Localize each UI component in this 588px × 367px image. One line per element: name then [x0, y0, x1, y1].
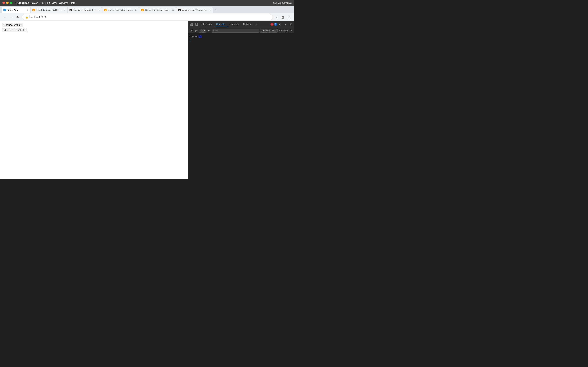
tab-network[interactable]: Network [241, 22, 254, 27]
filter-input[interactable] [212, 29, 259, 33]
tab-close-github[interactable]: ✕ [208, 8, 211, 11]
inspect-element-icon[interactable] [189, 22, 194, 27]
react-favicon-icon: R [3, 8, 6, 11]
issues-label: 1 Issue: [190, 35, 198, 38]
menu-window[interactable]: Window [58, 1, 69, 4]
tab-close-goerli2[interactable]: ✕ [134, 8, 137, 11]
warning-count-badge: 1 [274, 23, 277, 26]
settings-gear-icon[interactable]: ⚙ [278, 22, 283, 27]
menu-file[interactable]: File [39, 1, 44, 4]
devtools-panel: Elements Console Sources Network » 6 1 ⚙… [188, 21, 294, 179]
traffic-lights [2, 2, 12, 4]
tab-close-goerli1[interactable]: ✕ [63, 8, 66, 11]
filter-icon[interactable]: ▷ [194, 29, 198, 33]
svg-rect-2 [191, 23, 192, 24]
tab-close-remix[interactable]: ✕ [97, 8, 100, 11]
mint-nft-button[interactable]: MINT NFT BATCH [2, 28, 27, 32]
hidden-count: 6 hidden [279, 29, 288, 32]
menu-view[interactable]: View [51, 1, 58, 4]
bookmark-button[interactable]: ☆ [274, 15, 279, 20]
tab-sources[interactable]: Sources [228, 22, 241, 27]
dock-icon[interactable]: ■ [283, 22, 288, 27]
tab-title-goerli2: Goerli Transaction Hash... [108, 9, 133, 11]
console-expand-icon[interactable]: 〉 [188, 39, 294, 42]
console-settings-icon[interactable]: ⚙ [289, 29, 293, 33]
tab-bar: R React App ✕ G Goerli Transaction Hash.… [0, 6, 294, 13]
goerli2-favicon-icon: G [104, 8, 107, 11]
tab-github[interactable]: G cesarboucas/Biconomy... ✕ [176, 7, 213, 13]
reload-button[interactable]: ↻ [16, 15, 20, 20]
devtools-actions: 6 1 ⚙ ■ ✕ [270, 22, 293, 27]
maximize-button[interactable] [10, 2, 12, 4]
close-button[interactable] [2, 2, 5, 4]
connect-wallet-button[interactable]: Connect Wallet [2, 23, 23, 27]
svg-point-5 [196, 25, 197, 25]
devtools-tabs: Elements Console Sources Network » 6 1 ⚙… [188, 21, 294, 28]
menu-help[interactable]: Help [69, 1, 76, 4]
close-devtools-button[interactable]: ✕ [288, 22, 293, 27]
titlebar-right: Sun 23 Jul 01:02 [273, 1, 292, 4]
back-button[interactable]: ← [2, 15, 7, 20]
mobile-device-icon[interactable] [194, 22, 199, 27]
browser: R React App ✕ G Goerli Transaction Hash.… [0, 6, 294, 179]
error-badge-group: 6 1 [270, 23, 277, 26]
tab-title-github: cesarboucas/Biconomy... [182, 9, 207, 11]
address-actions: ☆ ▧ ⋮ [274, 15, 292, 20]
error-count-badge: 6 [270, 23, 274, 26]
tab-title-goerli3: Goerli Transaction Hash... [145, 9, 170, 11]
tab-react[interactable]: R React App ✕ [2, 7, 30, 13]
tab-goerli1[interactable]: G Goerli Transaction Hash... ✕ [31, 7, 67, 13]
lock-icon: 🔒 [25, 16, 28, 18]
content-area: Connect Wallet MINT NFT BATCH [0, 21, 294, 179]
titlebar: QuickTime Player File Edit View Window H… [0, 0, 294, 6]
goerli1-favicon-icon: G [32, 8, 35, 11]
address-input[interactable]: 🔒 localhost:3000 [22, 14, 273, 20]
tab-close-react[interactable]: ✕ [26, 8, 29, 11]
tab-console[interactable]: Console [214, 22, 227, 27]
new-tab-button[interactable]: + [213, 7, 219, 13]
more-tabs-button[interactable]: » [255, 22, 259, 27]
menu-button[interactable]: ⋮ [287, 15, 292, 20]
clear-console-icon[interactable]: ⚠ [189, 29, 193, 33]
tab-remix[interactable]: R Remix - Ethereum IDE ✕ [68, 7, 102, 13]
eye-icon[interactable]: 👁 [207, 29, 211, 33]
svg-rect-0 [190, 23, 191, 24]
datetime: Sun 23 Jul 01:02 [273, 1, 292, 4]
remix-favicon-icon: R [69, 8, 72, 11]
issues-badge: 1 [199, 35, 202, 38]
address-text: localhost:3000 [29, 16, 47, 18]
menu-quicktime[interactable]: QuickTime Player [15, 1, 39, 4]
tab-title-goerli1: Goerli Transaction Hash... [36, 9, 62, 11]
tab-goerli2[interactable]: G Goerli Transaction Hash... ✕ [102, 7, 139, 13]
levels-chevron-icon: ▾ [276, 29, 277, 32]
menu-edit[interactable]: Edit [44, 1, 51, 4]
goerli3-favicon-icon: G [141, 8, 144, 11]
address-bar: ← → ↻ 🔒 localhost:3000 ☆ ▧ ⋮ [0, 13, 294, 21]
custom-levels-label: Custom levels [261, 29, 275, 32]
svg-rect-1 [190, 25, 191, 26]
context-chevron-icon: ▾ [204, 29, 205, 32]
extensions-button[interactable]: ▧ [281, 15, 285, 20]
context-selector[interactable]: top ▾ [199, 29, 206, 33]
tab-elements[interactable]: Elements [199, 22, 214, 27]
console-toolbar: ⚠ ▷ top ▾ 👁 document.querySelector('.fil… [188, 28, 294, 33]
svg-rect-3 [191, 25, 192, 26]
tab-title-remix: Remix - Ethereum IDE [73, 9, 96, 11]
minimize-button[interactable] [6, 2, 9, 4]
github-favicon-icon: G [178, 8, 181, 11]
tab-title-react: React App [7, 9, 25, 11]
tab-goerli3[interactable]: G Goerli Transaction Hash... ✕ [139, 7, 176, 13]
issue-bar: 1 Issue: 1 [188, 34, 294, 39]
context-label: top [200, 29, 203, 32]
tab-close-goerli3[interactable]: ✕ [172, 8, 174, 11]
page-content: Connect Wallet MINT NFT BATCH [0, 21, 188, 179]
custom-levels-dropdown[interactable]: Custom levels ▾ [260, 29, 278, 33]
console-body[interactable]: 1 Issue: 1 〉 [188, 33, 294, 179]
forward-button[interactable]: → [9, 15, 14, 20]
